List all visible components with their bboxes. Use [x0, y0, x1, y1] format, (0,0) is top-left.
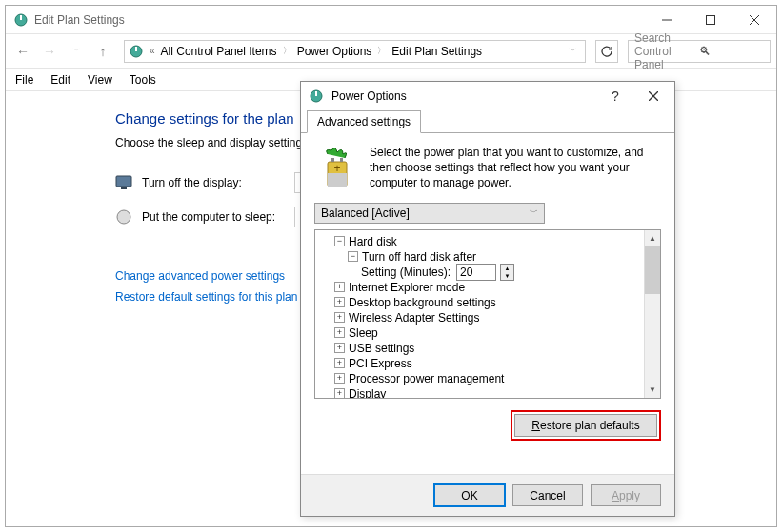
- search-placeholder: Search Control Panel: [634, 31, 699, 71]
- spinner-up[interactable]: ▲: [501, 265, 513, 272]
- collapse-icon[interactable]: −: [334, 236, 345, 246]
- chevron-down-icon: ﹀: [530, 207, 538, 219]
- power-options-icon: [309, 89, 324, 104]
- svg-text:+: +: [333, 162, 340, 175]
- expand-icon[interactable]: +: [334, 343, 345, 353]
- moon-icon: [115, 208, 132, 226]
- menu-tools[interactable]: Tools: [130, 73, 156, 87]
- dialog-title: Power Options: [331, 89, 598, 103]
- close-button[interactable]: [732, 6, 776, 33]
- menu-file[interactable]: File: [15, 73, 33, 87]
- tab-advanced-settings[interactable]: Advanced settings: [307, 110, 421, 133]
- svg-rect-12: [315, 91, 317, 96]
- address-bar[interactable]: « All Control Panel Items 〉 Power Option…: [124, 40, 586, 63]
- setting-label: Turn off the display:: [142, 176, 294, 189]
- setting-minutes-input[interactable]: [456, 264, 496, 281]
- scrollbar-track[interactable]: [645, 294, 660, 382]
- expand-icon[interactable]: +: [334, 373, 345, 384]
- svg-rect-3: [707, 15, 715, 24]
- up-button[interactable]: ↑: [91, 40, 114, 63]
- power-options-icon: [129, 44, 144, 59]
- tree-item[interactable]: +Processor power management: [317, 371, 642, 386]
- tree-content[interactable]: −Hard disk −Turn off hard disk after Set…: [315, 230, 644, 398]
- refresh-icon: [600, 45, 613, 58]
- search-icon: 🔍︎: [699, 45, 764, 58]
- spinner-buttons: ▲ ▼: [500, 264, 514, 281]
- back-button[interactable]: ←: [11, 40, 34, 63]
- tree-scrollbar[interactable]: ▲ ▼: [644, 230, 660, 398]
- minimize-icon: [662, 15, 672, 25]
- breadcrumb-item[interactable]: Edit Plan Settings: [391, 45, 482, 58]
- titlebar: Edit Plan Settings: [6, 6, 776, 34]
- monitor-icon: [115, 174, 132, 191]
- apply-button[interactable]: Apply: [591, 484, 661, 506]
- dialog-close-button[interactable]: [632, 82, 674, 110]
- settings-tree: −Hard disk −Turn off hard disk after Set…: [314, 229, 661, 399]
- scrollbar-down[interactable]: ▼: [645, 382, 660, 398]
- forward-button[interactable]: →: [38, 40, 61, 63]
- menu-edit[interactable]: Edit: [50, 73, 70, 87]
- scrollbar-up[interactable]: ▲: [645, 230, 660, 246]
- minimize-button[interactable]: [645, 6, 689, 33]
- search-input[interactable]: Search Control Panel 🔍︎: [628, 40, 771, 63]
- close-icon: [750, 15, 759, 25]
- chevron-right-icon: 〉: [283, 45, 291, 57]
- tree-item-setting-minutes[interactable]: Setting (Minutes): ▲ ▼: [317, 265, 642, 280]
- tree-item-hard-disk[interactable]: −Hard disk: [317, 234, 642, 249]
- plan-selected-value: Balanced [Active]: [321, 207, 410, 220]
- tree-item[interactable]: +Wireless Adapter Settings: [317, 310, 642, 325]
- tree-item[interactable]: +USB settings: [317, 341, 642, 356]
- expand-icon[interactable]: +: [334, 297, 345, 307]
- collapse-icon[interactable]: −: [348, 251, 358, 262]
- recent-dropdown[interactable]: ﹀: [65, 40, 88, 63]
- address-dropdown-icon[interactable]: ﹀: [565, 45, 581, 57]
- close-icon: [649, 91, 658, 101]
- tree-item[interactable]: +Desktop background settings: [317, 295, 642, 310]
- tree-item[interactable]: +Sleep: [317, 325, 642, 341]
- dialog-info: + Select the power plan that you want to…: [314, 145, 661, 191]
- ok-button[interactable]: OK: [434, 484, 505, 506]
- power-plan-select[interactable]: Balanced [Active] ﹀: [314, 203, 545, 224]
- breadcrumb-item[interactable]: Power Options: [297, 45, 372, 58]
- svg-rect-9: [121, 187, 127, 189]
- dialog-info-text: Select the power plan that you want to c…: [370, 145, 661, 191]
- svg-rect-1: [20, 15, 22, 20]
- expand-icon[interactable]: +: [334, 312, 345, 323]
- power-options-dialog: Power Options ? Advanced settings + Sele…: [300, 81, 675, 517]
- maximize-icon: [706, 15, 715, 25]
- power-options-icon: [13, 12, 29, 28]
- refresh-button[interactable]: [595, 40, 618, 63]
- tree-item-turn-off-hdd[interactable]: −Turn off hard disk after: [317, 249, 642, 265]
- expand-icon[interactable]: +: [334, 388, 345, 398]
- restore-row: Restore plan defaults: [314, 410, 661, 441]
- battery-plant-icon: +: [314, 145, 360, 190]
- svg-rect-8: [116, 176, 131, 187]
- restore-defaults-button[interactable]: Restore plan defaults: [514, 414, 657, 437]
- navigation-bar: ← → ﹀ ↑ « All Control Panel Items 〉 Powe…: [6, 34, 776, 69]
- dialog-body: + Select the power plan that you want to…: [301, 133, 674, 450]
- dialog-titlebar: Power Options ?: [301, 82, 674, 110]
- tree-item[interactable]: +PCI Express: [317, 356, 642, 371]
- chevron-right-icon: 〉: [377, 45, 386, 57]
- tree-item[interactable]: +Internet Explorer mode: [317, 280, 642, 295]
- breadcrumb-overflow-icon[interactable]: «: [150, 46, 155, 56]
- expand-icon[interactable]: +: [334, 282, 345, 292]
- annotation-highlight: Restore plan defaults: [511, 410, 661, 441]
- maximize-button[interactable]: [689, 6, 732, 33]
- expand-icon[interactable]: +: [334, 358, 345, 368]
- svg-rect-7: [135, 47, 137, 51]
- setting-label: Put the computer to sleep:: [142, 210, 294, 224]
- setting-minutes-label: Setting (Minutes):: [361, 266, 451, 279]
- help-button[interactable]: ?: [598, 89, 632, 104]
- dialog-footer: OK Cancel Apply: [301, 474, 674, 516]
- svg-rect-18: [328, 173, 347, 187]
- window-controls: [645, 6, 776, 33]
- expand-icon[interactable]: +: [334, 327, 345, 338]
- scrollbar-thumb[interactable]: [645, 246, 660, 294]
- spinner-down[interactable]: ▼: [501, 272, 513, 280]
- cancel-button[interactable]: Cancel: [512, 484, 583, 506]
- tree-item[interactable]: +Display: [317, 386, 642, 398]
- breadcrumb-item[interactable]: All Control Panel Items: [161, 45, 277, 58]
- tab-strip: Advanced settings: [301, 110, 674, 133]
- menu-view[interactable]: View: [88, 73, 112, 87]
